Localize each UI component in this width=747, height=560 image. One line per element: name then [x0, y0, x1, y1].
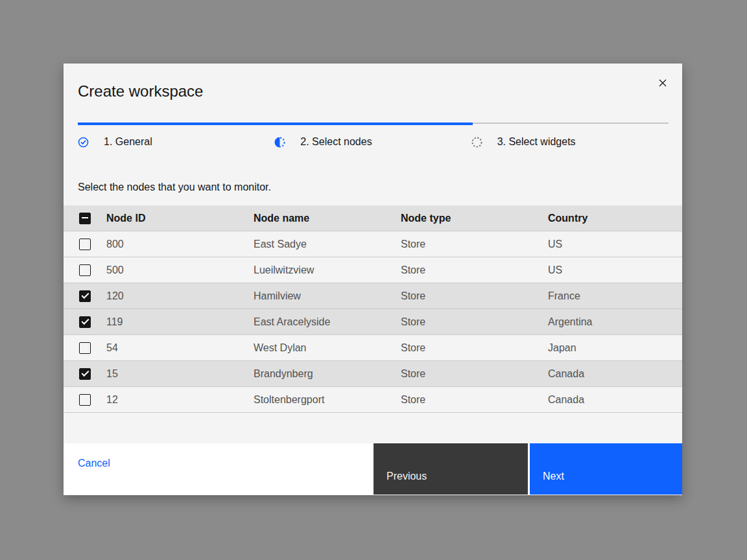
step-3-select-widgets[interactable]: 3. Select widgets — [471, 136, 668, 148]
cell-node-name: East Aracelyside — [254, 316, 401, 328]
create-workspace-dialog: Create workspace 1. General 2. Select no… — [64, 64, 682, 495]
table-row[interactable]: 15 Brandynberg Store Canada — [64, 361, 682, 387]
progress-bar-fill — [78, 122, 473, 125]
column-header-node-name[interactable]: Node name — [254, 213, 401, 224]
close-button[interactable] — [652, 73, 673, 93]
select-all-checkbox[interactable] — [79, 213, 91, 224]
step-label: 3. Select widgets — [497, 136, 576, 148]
cell-country: Canada — [548, 368, 682, 380]
step-label: 2. Select nodes — [300, 136, 372, 148]
table-row[interactable]: 800 East Sadye Store US — [64, 231, 682, 257]
cell-node-name: Hamilview — [254, 290, 401, 302]
row-checkbox[interactable] — [79, 290, 91, 302]
cell-node-type: Store — [401, 342, 548, 354]
table-row[interactable]: 54 West Dylan Store Japan — [64, 335, 682, 361]
table-row[interactable]: 120 Hamilview Store France — [64, 283, 682, 309]
column-header-node-id[interactable]: Node ID — [106, 213, 254, 224]
table-row[interactable]: 12 Stoltenbergport Store Canada — [64, 387, 682, 413]
cell-node-id: 120 — [106, 290, 254, 302]
previous-button[interactable]: Previous — [374, 443, 528, 495]
cell-node-type: Store — [401, 239, 548, 250]
table-row[interactable]: 119 East Aracelyside Store Argentina — [64, 309, 682, 335]
cell-node-id: 119 — [106, 316, 254, 328]
step-1-general[interactable]: 1. General — [78, 136, 274, 148]
cell-node-name: Lueilwitzview — [254, 264, 401, 276]
cell-country: Argentina — [548, 316, 682, 328]
cell-country: US — [548, 239, 682, 250]
cell-node-name: West Dylan — [254, 342, 401, 354]
column-header-node-type[interactable]: Node type — [401, 213, 548, 224]
dotted-circle-icon — [471, 137, 482, 148]
dialog-title: Create workspace — [78, 82, 668, 101]
cell-node-type: Store — [401, 394, 548, 406]
progress-bar-remainder — [473, 122, 669, 124]
instruction-text: Select the nodes that you want to monito… — [78, 181, 668, 194]
cell-node-type: Store — [401, 316, 548, 328]
cell-node-type: Store — [401, 368, 548, 380]
row-checkbox[interactable] — [79, 316, 91, 328]
cell-node-name: East Sadye — [254, 239, 401, 250]
cell-country: US — [548, 264, 682, 276]
table-row[interactable]: 500 Lueilwitzview Store US — [64, 257, 682, 283]
cell-node-type: Store — [401, 264, 548, 276]
nodes-table: Node ID Node name Node type Country 800 … — [64, 205, 682, 413]
step-2-select-nodes[interactable]: 2. Select nodes — [274, 136, 471, 148]
next-button[interactable]: Next — [530, 443, 682, 495]
progress-bar — [78, 122, 669, 125]
cell-node-id: 54 — [106, 342, 254, 354]
incomplete-half-circle-icon — [274, 137, 285, 148]
row-checkbox[interactable] — [79, 368, 91, 380]
cell-node-id: 12 — [106, 394, 254, 406]
row-checkbox[interactable] — [79, 342, 91, 354]
cell-country: Japan — [548, 342, 682, 354]
close-icon — [658, 78, 668, 88]
cell-country: France — [548, 290, 682, 302]
row-checkbox[interactable] — [79, 264, 91, 276]
step-label: 1. General — [104, 136, 152, 148]
step-indicator: 1. General 2. Select nodes 3. Select wid… — [78, 136, 668, 148]
cell-node-id: 15 — [106, 368, 254, 380]
cell-node-id: 500 — [106, 264, 254, 276]
table-header-row: Node ID Node name Node type Country — [64, 205, 682, 231]
checkmark-outline-icon — [78, 137, 89, 148]
cell-node-name: Stoltenbergport — [254, 394, 401, 406]
cancel-button[interactable]: Cancel — [78, 458, 110, 469]
column-header-country[interactable]: Country — [548, 213, 682, 224]
row-checkbox[interactable] — [79, 239, 91, 250]
cell-node-type: Store — [401, 290, 548, 302]
row-checkbox[interactable] — [79, 394, 91, 406]
cell-country: Canada — [548, 394, 682, 406]
table-body: 800 East Sadye Store US 500 Lueilwitzvie… — [64, 231, 682, 413]
cell-node-name: Brandynberg — [254, 368, 401, 380]
footer-cancel-area: Cancel — [64, 443, 374, 495]
dialog-footer: Cancel Previous Next — [64, 443, 682, 495]
cell-node-id: 800 — [106, 239, 254, 250]
